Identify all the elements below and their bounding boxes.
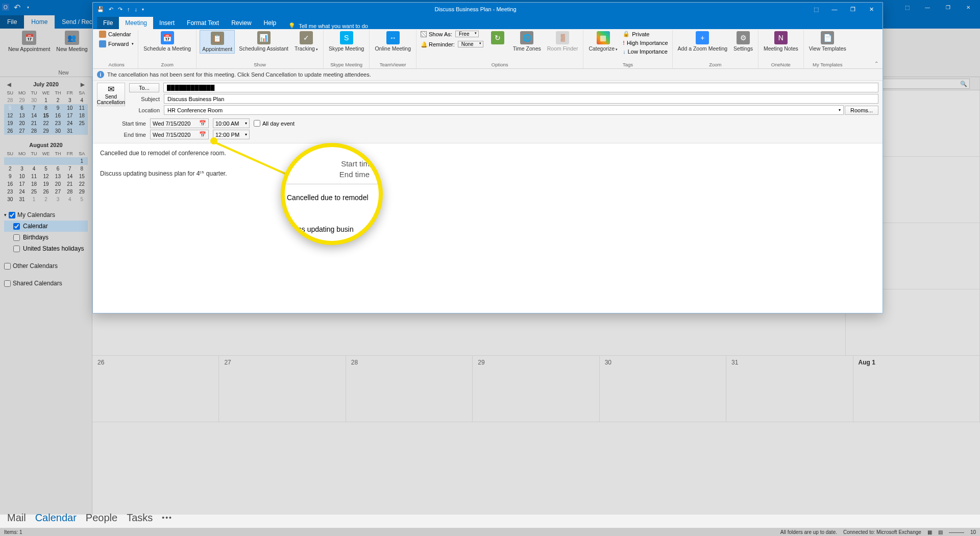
high-importance-toggle[interactable]: !High Importance — [622, 39, 669, 46]
zoom-slider[interactable]: ——— — [949, 529, 964, 535]
mini-cal-day[interactable]: 11 — [76, 104, 88, 112]
calendar-cell[interactable]: 30 — [600, 356, 726, 422]
categorize-button[interactable]: ▦Categorize▾ — [586, 30, 620, 53]
mini-cal-day[interactable]: 8 — [40, 104, 52, 112]
new-meeting-button[interactable]: 👥New Meeting — [54, 30, 89, 53]
mini-cal-day[interactable]: 5 — [4, 104, 16, 112]
nav-mail[interactable]: Mail — [7, 512, 26, 524]
mini-cal-day[interactable]: 19 — [4, 119, 16, 127]
undo-icon[interactable]: ↶ — [109, 6, 113, 13]
mini-cal-day[interactable]: 13 — [16, 112, 28, 119]
mini-cal-day[interactable]: 29 — [16, 96, 28, 104]
mini-cal-day[interactable]: 24 — [16, 188, 28, 196]
mini-cal-day[interactable]: 2 — [4, 165, 16, 173]
meeting-notes-button[interactable]: NMeeting Notes — [762, 30, 800, 53]
mini-cal-day[interactable]: 30 — [28, 96, 40, 104]
search-input[interactable]: 🔍 — [873, 79, 970, 89]
meeting-minimize-button[interactable]: — — [825, 4, 844, 15]
teamviewer-button[interactable]: ↔Online Meeting — [373, 30, 413, 53]
mini-cal-day[interactable]: 30 — [52, 127, 64, 135]
redo-icon[interactable]: ↷ — [118, 6, 122, 13]
low-importance-toggle[interactable]: ↓Low Importance — [622, 48, 669, 55]
calendar-cell[interactable]: 26 — [92, 356, 219, 422]
mini-cal-day[interactable]: 18 — [28, 180, 40, 188]
prev-icon[interactable]: ↑ — [127, 6, 130, 12]
all-day-checkbox[interactable]: All day event — [254, 120, 295, 127]
nav-more-icon[interactable]: ••• — [162, 514, 173, 522]
mini-cal-day[interactable] — [52, 157, 64, 165]
mini-cal-day[interactable]: 4 — [76, 96, 88, 104]
my-calendars-toggle[interactable]: ▾My Calendars — [4, 209, 88, 221]
mini-cal-day[interactable]: 1 — [28, 196, 40, 203]
mini-cal-day[interactable]: 3 — [64, 96, 76, 104]
mini-cal-day[interactable]: 18 — [76, 112, 88, 119]
qat-customize-icon[interactable]: ▾ — [142, 7, 144, 12]
mini-cal-day[interactable]: 12 — [4, 112, 16, 119]
tab-file[interactable]: File — [97, 17, 119, 29]
mini-cal-day[interactable]: 22 — [40, 119, 52, 127]
next-icon[interactable]: ↓ — [135, 6, 138, 12]
mini-cal-day[interactable] — [16, 157, 28, 165]
meeting-popout-button[interactable]: ⬚ — [807, 4, 825, 15]
start-time-field[interactable]: 10:00 AM▾ — [213, 118, 250, 128]
mini-cal-day[interactable]: 8 — [76, 165, 88, 173]
schedule-zoom-button[interactable]: 📅Schedule a Meeting — [141, 30, 193, 53]
mini-cal-day[interactable] — [4, 157, 16, 165]
mini-cal-day[interactable]: 1 — [40, 96, 52, 104]
mini-cal-day[interactable] — [28, 157, 40, 165]
calendar-action-button[interactable]: Calendar — [98, 30, 132, 38]
view-list-icon[interactable]: ▤ — [938, 529, 943, 535]
calendar-item-holidays[interactable]: United States holidays — [4, 243, 88, 254]
tab-file[interactable]: File — [0, 15, 24, 29]
mini-cal-day[interactable]: 28 — [28, 127, 40, 135]
end-time-field[interactable]: 12:00 PM▾ — [213, 130, 250, 139]
mini-cal-day[interactable]: 27 — [52, 188, 64, 196]
mini-cal-day[interactable]: 28 — [64, 188, 76, 196]
my-calendars-checkbox[interactable] — [9, 212, 15, 218]
mini-cal-day[interactable]: 4 — [28, 165, 40, 173]
other-calendars-toggle[interactable]: Other Calendars — [4, 260, 88, 272]
mini-cal-day[interactable]: 21 — [64, 180, 76, 188]
collapse-ribbon-icon[interactable]: ⌃ — [872, 59, 880, 68]
prev-month-icon[interactable]: ◀ — [7, 82, 11, 87]
mini-cal-day[interactable]: 3 — [52, 196, 64, 203]
mini-cal-day[interactable]: 13 — [52, 173, 64, 180]
view-toggle-icon[interactable]: ▦ — [927, 529, 932, 535]
mini-cal-day[interactable]: 26 — [40, 188, 52, 196]
mini-cal-day[interactable]: 27 — [16, 127, 28, 135]
subject-field[interactable] — [164, 94, 878, 104]
mini-cal-day[interactable] — [64, 157, 76, 165]
calendar-cell[interactable]: 29 — [473, 356, 599, 422]
calendar-item-calendar[interactable]: Calendar — [4, 221, 88, 232]
mini-cal-day[interactable]: 4 — [64, 196, 76, 203]
mini-cal-day[interactable] — [76, 127, 88, 135]
mini-cal-day[interactable]: 31 — [64, 127, 76, 135]
new-appointment-button[interactable]: 📅New Appointment — [6, 30, 52, 53]
view-templates-button[interactable]: 📄View Templates — [807, 30, 848, 53]
window-minimize-button[interactable]: — — [918, 2, 937, 13]
qat-dropdown-icon[interactable]: ▾ — [24, 4, 32, 11]
mini-cal-day[interactable]: 9 — [4, 173, 16, 180]
mini-cal-day[interactable]: 11 — [28, 173, 40, 180]
add-zoom-meeting-button[interactable]: +Add a Zoom Meeting — [676, 30, 729, 53]
mini-cal-day[interactable]: 30 — [4, 196, 16, 203]
rooms-button[interactable]: Rooms... — [845, 106, 878, 115]
mini-cal-day[interactable]: 2 — [40, 196, 52, 203]
mini-cal-day[interactable]: 19 — [40, 180, 52, 188]
mini-cal-day[interactable]: 2 — [52, 96, 64, 104]
private-toggle[interactable]: 🔒Private — [622, 30, 650, 38]
mini-cal-day[interactable]: 23 — [52, 119, 64, 127]
mini-cal-day[interactable]: 21 — [28, 119, 40, 127]
to-field[interactable] — [163, 83, 878, 92]
scheduling-assistant-button[interactable]: 📊Scheduling Assistant — [237, 30, 290, 53]
shared-calendars-toggle[interactable]: Shared Calendars — [4, 278, 88, 289]
window-close-button[interactable]: ✕ — [959, 2, 978, 13]
calendar-cell[interactable]: Aug 1 — [853, 356, 980, 422]
next-month-icon[interactable]: ▶ — [81, 82, 85, 87]
save-icon[interactable]: 💾 — [97, 6, 104, 13]
tell-me-search[interactable]: 💡Tell me what you want to do — [288, 22, 368, 29]
meeting-maximize-button[interactable]: ❐ — [844, 4, 862, 15]
mini-cal-day[interactable]: 20 — [52, 180, 64, 188]
nav-people[interactable]: People — [86, 512, 117, 524]
mini-cal-day[interactable]: 22 — [76, 180, 88, 188]
